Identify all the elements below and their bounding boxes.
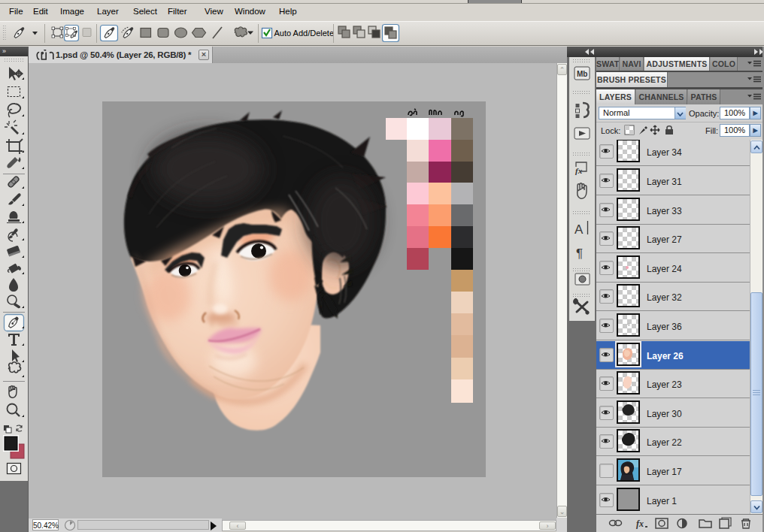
- svg-text:A: A: [575, 222, 584, 237]
- svg-text:Mb: Mb: [577, 70, 587, 78]
- svg-text:fx: fx: [575, 166, 583, 175]
- svg-text:¶: ¶: [576, 246, 583, 261]
- svg-text:fx: fx: [636, 518, 644, 529]
- svg-text:Auto Add/Delete: Auto Add/Delete: [274, 29, 335, 38]
